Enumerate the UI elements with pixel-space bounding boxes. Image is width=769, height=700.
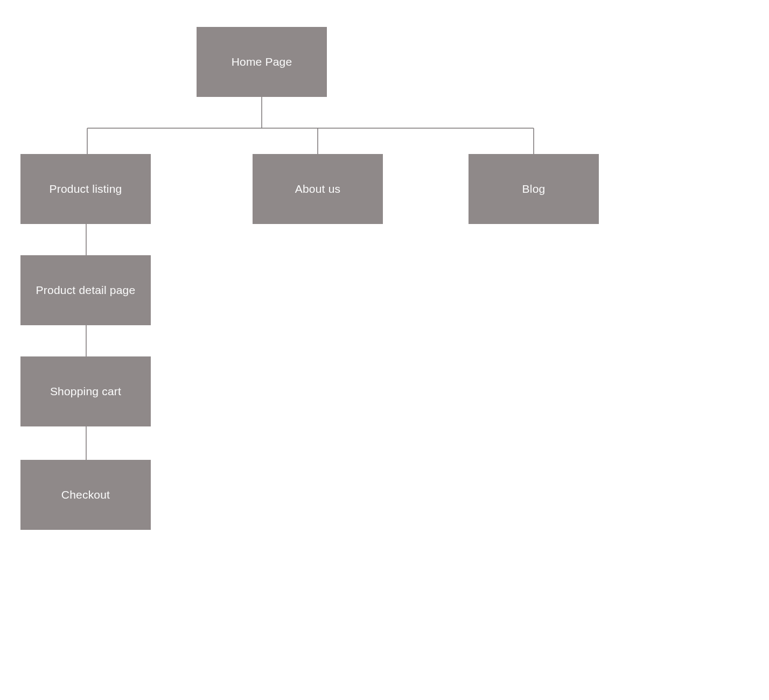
node-about-us-label: About us xyxy=(295,183,341,195)
node-blog-label: Blog xyxy=(522,183,546,195)
node-home-page: Home Page xyxy=(197,27,327,97)
node-checkout: Checkout xyxy=(20,460,151,530)
node-shopping-cart-label: Shopping cart xyxy=(50,385,121,398)
node-home-page-label: Home Page xyxy=(232,55,292,68)
node-about-us: About us xyxy=(253,154,383,224)
node-shopping-cart: Shopping cart xyxy=(20,356,151,426)
node-checkout-label: Checkout xyxy=(61,488,110,501)
node-product-detail: Product detail page xyxy=(20,255,151,325)
node-product-detail-label: Product detail page xyxy=(36,284,136,297)
connector-lines xyxy=(0,0,769,700)
node-blog: Blog xyxy=(469,154,599,224)
node-product-listing-label: Product listing xyxy=(50,183,122,195)
node-product-listing: Product listing xyxy=(20,154,151,224)
